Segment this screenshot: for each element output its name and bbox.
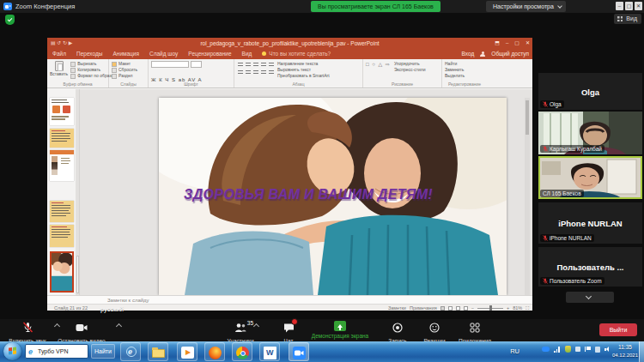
chat-button[interactable]: Чат — [273, 321, 304, 344]
taskbar-item-word[interactable]: W — [259, 342, 280, 361]
slideshow-view-icon[interactable] — [464, 306, 468, 311]
font-name-box[interactable] — [151, 61, 189, 68]
numbering-icon[interactable] — [245, 62, 251, 67]
slide-thumbnail[interactable] — [50, 201, 74, 222]
close-button[interactable]: ✕ — [635, 2, 642, 10]
slide-sorter-icon[interactable] — [448, 306, 453, 311]
tray-icon[interactable] — [575, 347, 580, 352]
tab-review[interactable]: Рецензирование — [183, 48, 236, 59]
zoom-percentage[interactable]: 81% — [513, 305, 522, 311]
participant-tile-karlygash[interactable]: Карлыгаш Куралбай — [538, 112, 642, 154]
notes-pane[interactable]: Заметки к слайду — [47, 295, 532, 304]
align-left-icon[interactable] — [237, 69, 243, 75]
view-settings-button[interactable]: Настройки просмотра — [486, 1, 566, 12]
participant-tile-olga[interactable]: Olga Olga — [538, 73, 642, 110]
align-text-button[interactable]: Выровнять текст — [277, 67, 330, 73]
tell-me-box[interactable]: Что вы хотите сделать? — [257, 51, 331, 57]
taskbar-clock[interactable]: 11:35 04.12.2021 — [612, 344, 638, 359]
tab-animations[interactable]: Анимация — [107, 48, 144, 59]
slide-thumbnail-selected[interactable] — [50, 251, 74, 293]
zoom-slider[interactable] — [477, 308, 503, 309]
smartart-button[interactable]: Преобразовать в SmartArt — [277, 73, 330, 79]
gallery-view-button[interactable]: Вид — [614, 14, 641, 24]
slide-thumbnail[interactable] — [50, 129, 74, 148]
action-center-shield-icon[interactable] — [565, 346, 571, 353]
slide-thumbnail-panel[interactable] — [47, 89, 80, 295]
text-direction-button[interactable]: Направление текста — [277, 61, 330, 67]
reactions-button[interactable]: Реакции — [417, 321, 452, 344]
normal-view-icon[interactable] — [440, 306, 445, 311]
comments-toggle[interactable]: Примечания — [410, 305, 437, 311]
share-link[interactable]: Общий доступ — [491, 51, 529, 57]
indent-decrease-icon[interactable] — [252, 62, 258, 67]
unmute-button[interactable]: Включить звук — [3, 321, 52, 344]
justify-icon[interactable] — [260, 69, 266, 75]
volume-icon[interactable] — [605, 347, 610, 352]
section-button[interactable]: Раздел — [118, 73, 133, 79]
record-button[interactable]: Запись — [381, 321, 414, 344]
search-input[interactable]: e Турбо VPN — [25, 344, 88, 359]
bullets-icon[interactable] — [237, 62, 243, 67]
copy-button[interactable]: Копировать — [77, 67, 100, 73]
zoom-tray-icon[interactable] — [542, 347, 550, 352]
taskbar-item-explorer[interactable] — [148, 342, 168, 361]
fit-slide-icon[interactable]: ⛶ — [526, 305, 529, 311]
tab-transitions[interactable]: Переходы — [71, 48, 108, 59]
cut-button[interactable]: Вырезать — [77, 61, 96, 67]
leave-button[interactable]: Выйти — [599, 323, 637, 336]
tab-slideshow[interactable]: Слайд шоу — [144, 48, 183, 59]
slide-thumbnail[interactable] — [50, 150, 74, 181]
indent-increase-icon[interactable] — [260, 62, 266, 67]
paste-button[interactable]: Вставить — [50, 61, 68, 79]
line-spacing-icon[interactable] — [268, 62, 274, 67]
taskbar-item-media-player[interactable]: ▶ — [177, 342, 197, 361]
more-participants-button[interactable] — [566, 292, 614, 303]
columns-icon[interactable] — [268, 69, 274, 75]
participant-tile-iphone-nurlan[interactable]: iPhone NURLAN iPhone NURLAN — [538, 202, 642, 244]
replace-button[interactable]: Заменить — [445, 67, 484, 73]
layout-button[interactable]: Макет — [118, 61, 131, 67]
notes-toggle[interactable]: Заметки — [388, 305, 406, 311]
tab-view[interactable]: Вид — [237, 48, 258, 59]
stop-video-button[interactable]: Остановить видео — [53, 321, 110, 344]
slide-thumbnail[interactable] — [50, 225, 74, 247]
taskbar-item-ie[interactable]: e — [120, 342, 141, 361]
tab-file[interactable]: Файл — [47, 48, 71, 59]
ppt-minimize-button[interactable]: – — [506, 39, 508, 46]
slide-scrollbar[interactable] — [525, 98, 530, 295]
align-center-icon[interactable] — [245, 69, 251, 75]
current-slide[interactable]: ЗДОРОВЬЯ ВАМ И ВАШИМ ДЕТЯМ! — [159, 98, 507, 295]
taskbar-item-zoom[interactable] — [289, 342, 309, 361]
flag-icon[interactable] — [585, 347, 591, 352]
slide-title-text[interactable]: ЗДОРОВЬЯ ВАМ И ВАШИМ ДЕТЯМ! — [171, 187, 446, 202]
language-status[interactable]: русский — [100, 305, 408, 313]
apps-button[interactable]: Приложения — [453, 321, 496, 344]
power-plug-icon[interactable] — [595, 347, 600, 353]
minimize-button[interactable]: – — [616, 2, 623, 10]
participant-tile-zoom-user[interactable]: Пользователь ... Пользователь Zoom — [538, 247, 642, 287]
security-shield-icon[interactable] — [5, 15, 15, 25]
share-screen-button[interactable]: Демонстрация экрана — [305, 321, 375, 339]
reset-button[interactable]: Сбросить — [118, 67, 137, 73]
language-indicator[interactable]: RU — [510, 347, 519, 355]
show-desktop-button[interactable] — [639, 341, 644, 362]
network-signal-icon[interactable] — [554, 347, 561, 353]
quick-styles-button[interactable]: Экспресс-стили — [394, 67, 426, 73]
ppt-restore-button[interactable]: ▢ — [514, 39, 519, 46]
maximize-button[interactable]: ▢ — [625, 2, 633, 10]
select-button[interactable]: Выделить — [445, 73, 484, 79]
font-size-box[interactable] — [191, 61, 202, 68]
sign-in-link[interactable]: Вход — [462, 51, 475, 57]
ribbon-display-icon[interactable]: ⬒ — [495, 39, 500, 46]
start-button[interactable] — [3, 342, 21, 360]
search-go-button[interactable]: Найти — [91, 344, 115, 359]
zoom-in-icon[interactable]: + — [507, 305, 509, 311]
taskbar-item-chrome[interactable] — [232, 342, 252, 361]
arrange-button[interactable]: Упорядочить — [394, 61, 426, 67]
slide-thumbnail[interactable] — [50, 98, 74, 125]
taskbar-item-firefox[interactable] — [204, 342, 225, 361]
find-button[interactable]: Найти — [445, 61, 484, 67]
align-right-icon[interactable] — [252, 69, 258, 75]
zoom-out-icon[interactable]: − — [471, 305, 474, 311]
ppt-close-button[interactable]: ✕ — [526, 39, 530, 46]
